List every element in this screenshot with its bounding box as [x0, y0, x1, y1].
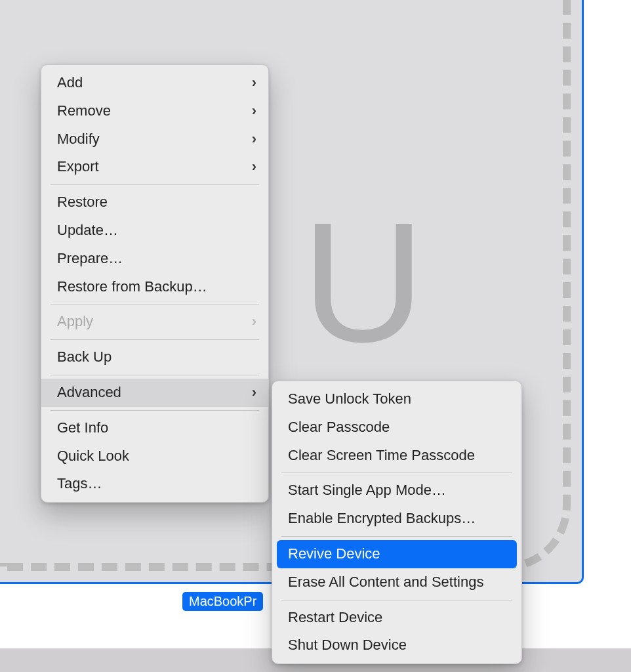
submenu-save-unlock-token[interactable]: Save Unlock Token	[272, 385, 521, 413]
submenu-clear-passcode-label: Clear Passcode	[288, 417, 390, 438]
menu-advanced-label: Advanced	[57, 383, 121, 403]
submenu-restart-device[interactable]: Restart Device	[272, 604, 521, 632]
submenu-start-single-app-mode-label: Start Single App Mode…	[288, 480, 446, 501]
menu-restore-from-backup[interactable]: Restore from Backup…	[41, 273, 268, 301]
menu-tags[interactable]: Tags…	[41, 470, 268, 498]
advanced-submenu: Save Unlock Token Clear Passcode Clear S…	[272, 381, 522, 664]
menu-prepare-label: Prepare…	[57, 249, 123, 269]
chevron-right-icon: ›	[244, 73, 256, 93]
menu-restore[interactable]: Restore	[41, 188, 268, 217]
menu-back-up[interactable]: Back Up	[41, 343, 268, 371]
chevron-right-icon: ›	[244, 383, 256, 403]
submenu-start-single-app-mode[interactable]: Start Single App Mode…	[272, 476, 521, 505]
device-glyph: U	[302, 197, 425, 368]
menu-back-up-label: Back Up	[57, 347, 112, 368]
submenu-revive-device-label: Revive Device	[288, 544, 380, 564]
submenu-clear-screen-time-passcode-label: Clear Screen Time Passcode	[288, 446, 475, 466]
submenu-shut-down-device-label: Shut Down Device	[288, 635, 407, 656]
chevron-right-icon: ›	[244, 129, 256, 150]
menu-remove[interactable]: Remove ›	[41, 97, 268, 125]
chevron-right-icon: ›	[244, 312, 256, 332]
menu-prepare[interactable]: Prepare…	[41, 245, 268, 273]
menu-apply-label: Apply	[57, 312, 93, 332]
chevron-right-icon: ›	[244, 157, 256, 177]
menu-quick-look-label: Quick Look	[57, 446, 129, 467]
menu-export-label: Export	[57, 157, 99, 177]
submenu-enable-encrypted-backups-label: Enable Encrypted Backups…	[288, 509, 476, 529]
submenu-shut-down-device[interactable]: Shut Down Device	[272, 631, 521, 660]
menu-get-info[interactable]: Get Info	[41, 414, 268, 442]
menu-modify[interactable]: Modify ›	[41, 125, 268, 154]
submenu-erase-all-content-label: Erase All Content and Settings	[288, 572, 483, 593]
menu-separator	[281, 472, 512, 473]
submenu-restart-device-label: Restart Device	[288, 608, 382, 628]
menu-add[interactable]: Add ›	[41, 69, 268, 97]
menu-separator	[281, 600, 512, 600]
menu-separator	[51, 410, 259, 411]
menu-restore-label: Restore	[57, 192, 108, 213]
menu-apply: Apply ›	[41, 308, 268, 336]
menu-quick-look[interactable]: Quick Look	[41, 442, 268, 471]
menu-separator	[51, 184, 259, 185]
menu-modify-label: Modify	[57, 129, 100, 150]
menu-separator	[51, 375, 259, 375]
chevron-right-icon: ›	[244, 101, 256, 121]
submenu-erase-all-content[interactable]: Erase All Content and Settings	[272, 568, 521, 597]
submenu-save-unlock-token-label: Save Unlock Token	[288, 389, 411, 410]
submenu-clear-passcode[interactable]: Clear Passcode	[272, 413, 521, 442]
menu-update[interactable]: Update…	[41, 217, 268, 245]
device-name-label[interactable]: MacBookPr	[182, 592, 263, 611]
menu-update-label: Update…	[57, 220, 118, 241]
menu-advanced[interactable]: Advanced ›	[41, 379, 268, 407]
menu-restore-from-backup-label: Restore from Backup…	[57, 277, 207, 297]
menu-separator	[51, 304, 259, 304]
menu-separator	[51, 339, 259, 340]
menu-tags-label: Tags…	[57, 474, 102, 494]
menu-remove-label: Remove	[57, 101, 111, 121]
menu-export[interactable]: Export ›	[41, 153, 268, 181]
menu-separator	[281, 536, 512, 537]
menu-get-info-label: Get Info	[57, 418, 108, 438]
context-menu: Add › Remove › Modify › Export › Restore…	[41, 64, 269, 503]
submenu-clear-screen-time-passcode[interactable]: Clear Screen Time Passcode	[272, 442, 521, 470]
menu-add-label: Add	[57, 73, 83, 93]
submenu-revive-device[interactable]: Revive Device	[277, 540, 517, 568]
submenu-enable-encrypted-backups[interactable]: Enable Encrypted Backups…	[272, 505, 521, 533]
